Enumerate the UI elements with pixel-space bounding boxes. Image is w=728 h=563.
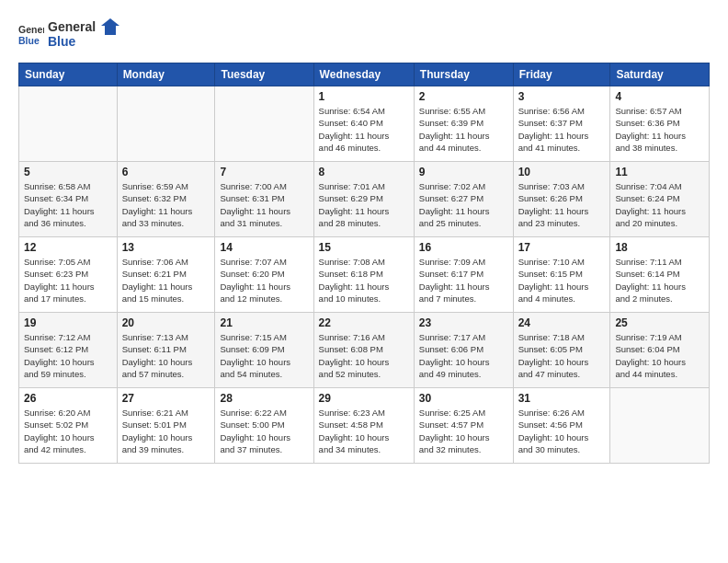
day-info: Sunrise: 6:59 AM Sunset: 6:32 PM Dayligh… — [122, 180, 210, 229]
day-number: 29 — [319, 392, 409, 405]
calendar-cell — [117, 86, 215, 162]
col-header-tuesday: Tuesday — [215, 63, 313, 86]
day-number: 15 — [319, 241, 409, 254]
calendar-cell: 20Sunrise: 7:13 AM Sunset: 6:11 PM Dayli… — [117, 313, 215, 388]
day-info: Sunrise: 7:00 AM Sunset: 6:31 PM Dayligh… — [220, 180, 308, 229]
calendar-week-3: 12Sunrise: 7:05 AM Sunset: 6:23 PM Dayli… — [19, 237, 710, 313]
day-number: 13 — [122, 241, 210, 254]
calendar-cell: 7Sunrise: 7:00 AM Sunset: 6:31 PM Daylig… — [215, 162, 313, 237]
col-header-thursday: Thursday — [414, 63, 513, 86]
day-number: 9 — [419, 166, 508, 178]
day-number: 21 — [220, 316, 308, 329]
day-info: Sunrise: 7:02 AM Sunset: 6:27 PM Dayligh… — [419, 180, 508, 229]
calendar-cell: 25Sunrise: 7:19 AM Sunset: 6:04 PM Dayli… — [610, 313, 710, 388]
day-info: Sunrise: 6:55 AM Sunset: 6:39 PM Dayligh… — [419, 105, 508, 154]
calendar-header-row: SundayMondayTuesdayWednesdayThursdayFrid… — [19, 63, 710, 86]
day-info: Sunrise: 7:05 AM Sunset: 6:23 PM Dayligh… — [24, 256, 112, 304]
svg-text:General: General — [48, 19, 96, 34]
svg-marker-5 — [101, 18, 119, 35]
calendar-cell: 12Sunrise: 7:05 AM Sunset: 6:23 PM Dayli… — [19, 237, 118, 313]
calendar-cell: 3Sunrise: 6:56 AM Sunset: 6:37 PM Daylig… — [513, 86, 610, 162]
day-info: Sunrise: 7:07 AM Sunset: 6:20 PM Dayligh… — [220, 256, 308, 304]
calendar-cell: 1Sunrise: 6:54 AM Sunset: 6:40 PM Daylig… — [313, 86, 414, 162]
day-info: Sunrise: 7:12 AM Sunset: 6:12 PM Dayligh… — [24, 331, 112, 380]
day-number: 24 — [518, 316, 606, 329]
calendar-cell: 24Sunrise: 7:18 AM Sunset: 6:05 PM Dayli… — [513, 313, 610, 388]
calendar-week-4: 19Sunrise: 7:12 AM Sunset: 6:12 PM Dayli… — [19, 313, 710, 388]
day-number: 3 — [518, 90, 606, 103]
day-number: 1 — [319, 90, 409, 103]
day-number: 12 — [24, 241, 112, 254]
day-number: 20 — [122, 316, 210, 329]
calendar-cell: 21Sunrise: 7:15 AM Sunset: 6:09 PM Dayli… — [215, 313, 313, 388]
calendar-week-1: 1Sunrise: 6:54 AM Sunset: 6:40 PM Daylig… — [19, 86, 710, 162]
day-info: Sunrise: 6:56 AM Sunset: 6:37 PM Dayligh… — [518, 105, 606, 154]
calendar-cell: 15Sunrise: 7:08 AM Sunset: 6:18 PM Dayli… — [313, 237, 414, 313]
svg-text:General: General — [18, 24, 44, 35]
calendar-cell: 29Sunrise: 6:23 AM Sunset: 4:58 PM Dayli… — [313, 388, 414, 464]
day-number: 27 — [122, 392, 210, 405]
day-info: Sunrise: 7:18 AM Sunset: 6:05 PM Dayligh… — [518, 331, 606, 380]
svg-text:Blue: Blue — [48, 34, 76, 49]
col-header-sunday: Sunday — [19, 63, 118, 86]
col-header-wednesday: Wednesday — [313, 63, 414, 86]
calendar-week-5: 26Sunrise: 6:20 AM Sunset: 5:02 PM Dayli… — [19, 388, 710, 464]
day-info: Sunrise: 7:01 AM Sunset: 6:29 PM Dayligh… — [319, 180, 409, 229]
logo-svg: General Blue — [48, 17, 121, 52]
svg-text:Blue: Blue — [18, 35, 40, 46]
col-header-friday: Friday — [513, 63, 610, 86]
calendar-cell: 16Sunrise: 7:09 AM Sunset: 6:17 PM Dayli… — [414, 237, 513, 313]
calendar-cell: 30Sunrise: 6:25 AM Sunset: 4:57 PM Dayli… — [414, 388, 513, 464]
calendar-cell: 23Sunrise: 7:17 AM Sunset: 6:06 PM Dayli… — [414, 313, 513, 388]
calendar-cell: 18Sunrise: 7:11 AM Sunset: 6:14 PM Dayli… — [610, 237, 710, 313]
day-number: 28 — [220, 392, 308, 405]
day-info: Sunrise: 6:20 AM Sunset: 5:02 PM Dayligh… — [24, 407, 112, 455]
day-info: Sunrise: 6:22 AM Sunset: 5:00 PM Dayligh… — [220, 407, 308, 455]
day-number: 17 — [518, 241, 606, 254]
day-info: Sunrise: 7:19 AM Sunset: 6:04 PM Dayligh… — [615, 331, 704, 380]
calendar-cell: 31Sunrise: 6:26 AM Sunset: 4:56 PM Dayli… — [513, 388, 610, 464]
day-info: Sunrise: 7:10 AM Sunset: 6:15 PM Dayligh… — [518, 256, 606, 304]
day-info: Sunrise: 7:15 AM Sunset: 6:09 PM Dayligh… — [220, 331, 308, 380]
col-header-saturday: Saturday — [610, 63, 710, 86]
day-info: Sunrise: 6:54 AM Sunset: 6:40 PM Dayligh… — [319, 105, 409, 154]
calendar-cell: 28Sunrise: 6:22 AM Sunset: 5:00 PM Dayli… — [215, 388, 313, 464]
calendar-table: SundayMondayTuesdayWednesdayThursdayFrid… — [18, 63, 710, 464]
calendar-cell: 17Sunrise: 7:10 AM Sunset: 6:15 PM Dayli… — [513, 237, 610, 313]
day-number: 8 — [319, 166, 409, 178]
day-info: Sunrise: 6:21 AM Sunset: 5:01 PM Dayligh… — [122, 407, 210, 455]
calendar-cell: 6Sunrise: 6:59 AM Sunset: 6:32 PM Daylig… — [117, 162, 215, 237]
day-info: Sunrise: 7:06 AM Sunset: 6:21 PM Dayligh… — [122, 256, 210, 304]
day-number: 23 — [419, 316, 508, 329]
day-number: 7 — [220, 166, 308, 178]
day-info: Sunrise: 6:25 AM Sunset: 4:57 PM Dayligh… — [419, 407, 508, 455]
page: General Blue General Blue SundayMondayTu… — [0, 0, 728, 473]
calendar-cell — [610, 388, 710, 464]
calendar-cell: 8Sunrise: 7:01 AM Sunset: 6:29 PM Daylig… — [313, 162, 414, 237]
day-info: Sunrise: 6:23 AM Sunset: 4:58 PM Dayligh… — [319, 407, 409, 455]
day-info: Sunrise: 7:03 AM Sunset: 6:26 PM Dayligh… — [518, 180, 606, 229]
day-number: 2 — [419, 90, 508, 103]
calendar-week-2: 5Sunrise: 6:58 AM Sunset: 6:34 PM Daylig… — [19, 162, 710, 237]
day-info: Sunrise: 7:09 AM Sunset: 6:17 PM Dayligh… — [419, 256, 508, 304]
day-number: 14 — [220, 241, 308, 254]
calendar-cell: 13Sunrise: 7:06 AM Sunset: 6:21 PM Dayli… — [117, 237, 215, 313]
day-number: 4 — [615, 90, 704, 103]
day-info: Sunrise: 7:08 AM Sunset: 6:18 PM Dayligh… — [319, 256, 409, 304]
day-number: 16 — [419, 241, 508, 254]
calendar-cell: 4Sunrise: 6:57 AM Sunset: 6:36 PM Daylig… — [610, 86, 710, 162]
day-number: 25 — [615, 316, 704, 329]
calendar-cell — [215, 86, 313, 162]
calendar-cell — [19, 86, 118, 162]
day-number: 31 — [518, 392, 606, 405]
calendar-cell: 26Sunrise: 6:20 AM Sunset: 5:02 PM Dayli… — [19, 388, 118, 464]
day-info: Sunrise: 7:16 AM Sunset: 6:08 PM Dayligh… — [319, 331, 409, 380]
day-info: Sunrise: 7:11 AM Sunset: 6:14 PM Dayligh… — [615, 256, 704, 304]
calendar-cell: 11Sunrise: 7:04 AM Sunset: 6:24 PM Dayli… — [610, 162, 710, 237]
logo-icon: General Blue — [18, 22, 44, 48]
calendar-cell: 19Sunrise: 7:12 AM Sunset: 6:12 PM Dayli… — [19, 313, 118, 388]
day-info: Sunrise: 6:58 AM Sunset: 6:34 PM Dayligh… — [24, 180, 112, 229]
day-info: Sunrise: 6:26 AM Sunset: 4:56 PM Dayligh… — [518, 407, 606, 455]
day-number: 22 — [319, 316, 409, 329]
calendar-cell: 10Sunrise: 7:03 AM Sunset: 6:26 PM Dayli… — [513, 162, 610, 237]
